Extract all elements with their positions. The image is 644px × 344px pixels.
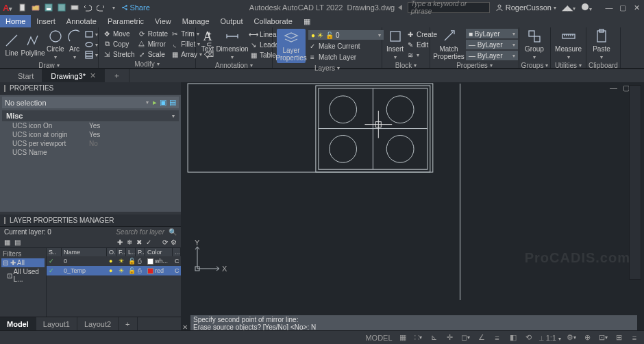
share-button[interactable]: Share [121, 2, 149, 13]
category-misc[interactable]: Misc▾ [2, 110, 179, 121]
lpm-new-icon[interactable]: ▦ [4, 238, 10, 246]
ellipse-icon[interactable]: ▾ [85, 40, 98, 49]
annoscale-icon[interactable]: ⟂ 1:1 ▾ [539, 334, 561, 342]
undo-icon[interactable] [82, 2, 93, 13]
hatch-icon[interactable]: ▾ [85, 50, 98, 60]
scale-button[interactable]: ⤢Scale [138, 49, 168, 59]
tab-home[interactable]: Home [0, 15, 31, 27]
delete-layer-icon[interactable]: ✖ [136, 238, 142, 246]
app-logo[interactable]: A▾ [3, 3, 12, 13]
doc-tab-start[interactable]: Start [10, 69, 42, 82]
close-tab-icon[interactable]: ✕ [90, 71, 96, 80]
group-button[interactable]: Group▾ [523, 29, 545, 60]
navigation-bar[interactable] [629, 85, 641, 280]
text-button[interactable]: AText▾ [200, 29, 215, 60]
polyline-button[interactable]: Polyline [22, 33, 44, 57]
layout-tab-add[interactable]: + [119, 317, 137, 330]
property-row[interactable]: UCS icon at originYes [0, 130, 181, 139]
tab-parametric[interactable]: Parametric [102, 15, 149, 27]
refresh-icon[interactable]: ⟳ [162, 238, 168, 246]
panel-title-groups[interactable]: Groups▾ [519, 62, 550, 69]
qat-dropdown-icon[interactable]: ▾ [108, 2, 119, 13]
property-row[interactable]: UCS Name [0, 148, 181, 157]
panel-title-block[interactable]: Block▾ [382, 62, 430, 69]
layer-row[interactable]: ✓ 0 ● ☀ 🔓 ⎙ wh... C [47, 256, 181, 266]
panel-title-properties[interactable]: Properties▾ [430, 62, 519, 69]
search-input[interactable]: Type a keyword or phrase [408, 2, 490, 13]
panel-title-utilities[interactable]: Utilities▾ [551, 62, 586, 69]
property-row[interactable]: UCS per viewportNo [0, 139, 181, 148]
saveas-icon[interactable] [56, 2, 67, 13]
match-layer-button[interactable]: ≡Match Layer [308, 52, 384, 62]
selection-combo[interactable]: No selection▾ ▸▣▤ [2, 97, 179, 108]
drawing-canvas[interactable]: — ▢ ✕ [181, 82, 644, 317]
autodesk-app-icon[interactable]: ◢◣▾ [562, 3, 575, 12]
freeze-layer-icon[interactable]: ❄ [127, 238, 132, 246]
layout-tab-model[interactable]: Model [0, 317, 36, 330]
rectangle-icon[interactable]: ▾ [85, 29, 98, 39]
lineweight-combo[interactable]: — ByLayer▾ [466, 40, 518, 49]
new-icon[interactable] [17, 2, 28, 13]
panel-title-draw[interactable]: Draw▾ [0, 62, 98, 69]
polar-icon[interactable]: ✛ [445, 332, 456, 343]
stretch-button[interactable]: ⇲Stretch [103, 49, 135, 59]
signin-icon[interactable]: RogerCusson▾ [495, 3, 556, 12]
measure-button[interactable]: Measure▾ [555, 29, 582, 60]
close-icon[interactable]: ✕ [632, 3, 641, 12]
redo-icon[interactable] [95, 2, 106, 13]
panel-title-layers[interactable]: Layers▾ [273, 64, 382, 72]
move-button[interactable]: ✥Move [103, 29, 135, 38]
help-icon[interactable]: ▾ [581, 3, 592, 12]
maximize-icon[interactable]: ▢ [618, 3, 628, 12]
mirror-button[interactable]: ⧋Mirror [138, 39, 168, 49]
layout-tab-layout1[interactable]: Layout1 [36, 317, 77, 330]
rotate-button[interactable]: ⟳Rotate [138, 29, 168, 38]
cycling-icon[interactable]: ⟲ [523, 332, 534, 343]
layer-properties-button[interactable]: Layer Properties [277, 29, 306, 63]
vp-minimize-icon[interactable]: — [610, 84, 617, 93]
set-current-icon[interactable]: ✓ [146, 238, 151, 246]
otrack-icon[interactable]: ∠ [476, 332, 487, 343]
grid-icon[interactable]: ▦ [397, 332, 408, 343]
status-model[interactable]: MODEL [365, 334, 392, 342]
transparency-icon[interactable]: ◧ [508, 332, 519, 343]
paste-button[interactable]: Paste▾ [591, 29, 612, 60]
make-current-button[interactable]: ✓Make Current [308, 41, 384, 51]
properties-title[interactable]: PROPERTIES [0, 82, 181, 95]
save-icon[interactable] [43, 2, 54, 13]
settings-gear-icon[interactable]: ⚙ [171, 238, 177, 246]
minimize-icon[interactable]: — [604, 3, 614, 12]
layer-search-input[interactable]: Search for layer [116, 228, 164, 236]
new-layer-icon[interactable]: ✚ [117, 238, 123, 246]
tab-collaborate[interactable]: Collaborate [249, 15, 298, 27]
ortho-icon[interactable]: ⊾ [429, 332, 440, 343]
copy-button[interactable]: ⧉Copy [103, 39, 135, 49]
filter-all-used[interactable]: ⊡ All Used L... [1, 267, 45, 284]
new-tab-button[interactable]: ＋ [105, 69, 129, 82]
lpm-title[interactable]: LAYER PROPERTIES MANAGER [0, 214, 181, 227]
featured-apps-icon[interactable]: ▦ [298, 15, 316, 27]
tab-annotate[interactable]: Annotate [61, 15, 102, 27]
doc-tab-drawing[interactable]: Drawing3*✕ [42, 69, 105, 82]
layout-tab-layout2[interactable]: Layout2 [77, 317, 119, 330]
tab-insert[interactable]: Insert [31, 15, 61, 27]
dimension-button[interactable]: Dimension▾ [218, 29, 247, 60]
lineweight-icon[interactable]: ≡ [492, 332, 503, 343]
plot-icon[interactable] [69, 2, 80, 13]
units-icon[interactable]: ⊡ ▾ [597, 332, 608, 343]
panel-title-modify[interactable]: Modify▾ [99, 60, 195, 68]
panel-title-annotation[interactable]: Annotation▾ [196, 62, 272, 69]
arc-button[interactable]: Arc▾ [67, 29, 82, 60]
property-row[interactable]: UCS icon OnYes [0, 121, 181, 130]
line-button[interactable]: Line [4, 33, 19, 57]
qprops-icon[interactable]: ⊞ [613, 332, 624, 343]
tab-view[interactable]: View [149, 15, 177, 27]
tab-manage[interactable]: Manage [177, 15, 215, 27]
layer-combo[interactable]: ●☀🔓0▾ [308, 30, 384, 40]
linetype-combo[interactable]: — ByLayer▾ [466, 51, 518, 60]
color-combo[interactable]: ■ ByLayer▾ [466, 29, 518, 38]
search-icon[interactable]: 🔍 [169, 228, 177, 236]
lpm-btn-icon[interactable]: ▤ [14, 238, 21, 246]
snapmode-icon[interactable]: ⸬ ▾ [413, 332, 424, 343]
workspace-gear-icon[interactable]: ⚙ ▾ [566, 332, 577, 343]
